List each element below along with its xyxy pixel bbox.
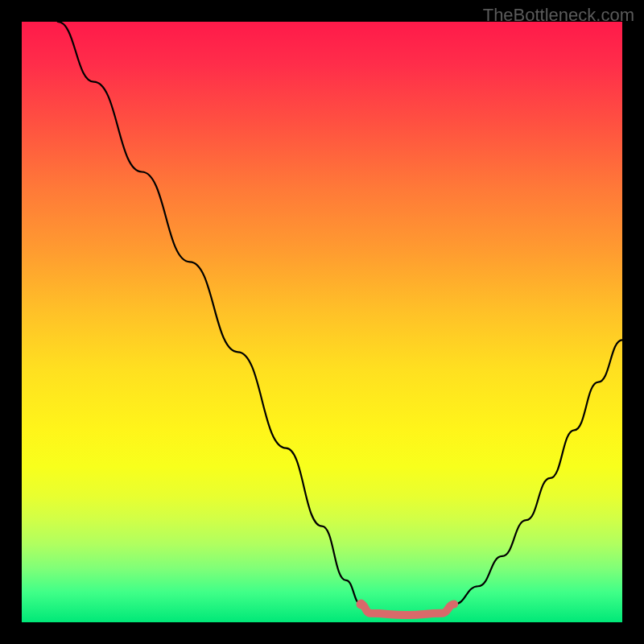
watermark-text: TheBottleneck.com bbox=[483, 5, 634, 26]
chart-svg bbox=[22, 22, 622, 622]
flat-highlight-path bbox=[361, 605, 454, 615]
plot-area bbox=[22, 22, 622, 622]
left-curve-path bbox=[58, 22, 361, 605]
left-dot-marker bbox=[356, 600, 365, 609]
right-curve-path bbox=[454, 340, 622, 604]
